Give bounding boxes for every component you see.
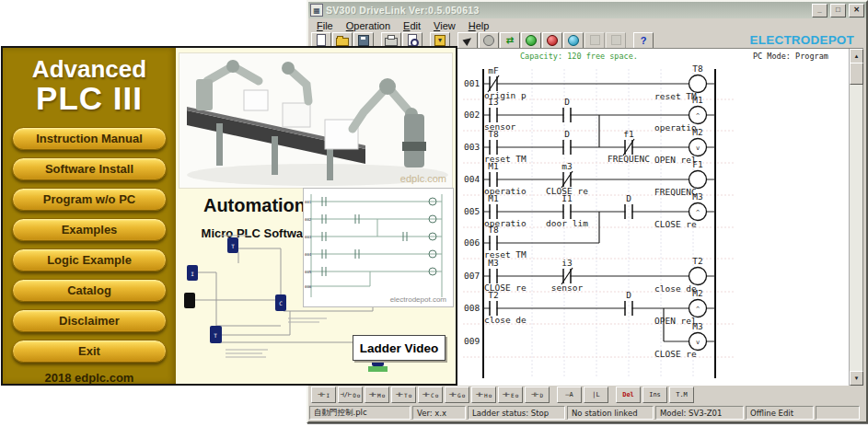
monitor-icon xyxy=(568,35,579,46)
menu-file[interactable]: File xyxy=(310,20,340,31)
ladder-tool-c[interactable]: ⊣⊢Co xyxy=(418,387,443,403)
scrollbar-thumb[interactable] xyxy=(850,63,863,85)
svg-text:004: 004 xyxy=(305,252,312,257)
status-bar: 自動門控制.plcVer: x.xLadder status: StopNo s… xyxy=(309,405,862,420)
save-icon xyxy=(358,35,369,46)
rung-009[interactable]: 009vM3CLOSE re xyxy=(464,321,715,359)
ladder-tool-t[interactable]: ⊣⊢To xyxy=(391,387,416,403)
ladder-tool-tm[interactable]: T.M xyxy=(669,387,694,403)
brand-logo-text: ELECTRODEPOT xyxy=(750,33,854,47)
panel-title: Advanced PLC III xyxy=(32,57,146,115)
status-field-4: Model: SV3-Z01 xyxy=(655,406,744,420)
svg-text:006: 006 xyxy=(305,284,312,289)
svg-text:M2: M2 xyxy=(692,127,702,137)
step-back-icon xyxy=(611,35,621,45)
pc-mode-status: PC Mode: Program xyxy=(753,52,828,61)
svg-text:006: 006 xyxy=(464,237,480,248)
ladder-diagram[interactable]: 001mForigin pT8reset TM002I3sensorD^M1op… xyxy=(461,56,737,380)
status-field-1: Ver: x.x xyxy=(412,406,466,420)
close-button[interactable]: ✕ xyxy=(849,4,864,17)
rung-008[interactable]: 008T2close deD^M2OPEN rel xyxy=(464,288,715,326)
menu-buttons: Instruction ManualSoftware InstallProgra… xyxy=(12,127,167,363)
step-back-button[interactable] xyxy=(606,32,626,49)
download-to-plc-icon xyxy=(434,35,446,46)
svg-text:M2: M2 xyxy=(692,288,702,298)
ladder-tool-l[interactable]: |L xyxy=(584,387,608,403)
svg-text:door lim: door lim xyxy=(546,218,588,228)
ladder-tool-g[interactable]: ⊣⊢Go xyxy=(445,387,469,403)
status-field-3: No station linked xyxy=(567,406,654,420)
menu-button-program-w-o-pc[interactable]: Program w/o PC xyxy=(12,188,167,211)
svg-text:M1: M1 xyxy=(692,95,703,105)
svg-text:OPEN rel: OPEN rel xyxy=(654,155,697,165)
title-bar[interactable]: ▦ SV300 DriveLink Ver:0.5.050613 _ □ ✕ xyxy=(308,2,866,18)
rung-003[interactable]: 003T8reset TMDf1FREQUENCvM2OPEN rel xyxy=(464,127,715,165)
svg-text:T8: T8 xyxy=(488,225,499,235)
refresh-button[interactable] xyxy=(500,32,520,49)
ladder-tool-i[interactable]: ⊣⊢I xyxy=(311,387,336,403)
svg-text:D: D xyxy=(626,290,631,300)
svg-text:002: 002 xyxy=(464,110,480,120)
menu-button-examples[interactable]: Examples xyxy=(12,218,167,241)
run-button[interactable] xyxy=(521,32,541,49)
open-icon xyxy=(336,38,349,46)
svg-text:T: T xyxy=(214,332,217,339)
menu-button-disclaimer[interactable]: Disclaimer xyxy=(12,309,167,332)
rung-004[interactable]: 004M1operatiom3CLOSE reF1FREQUENC xyxy=(464,159,715,197)
svg-text:M3: M3 xyxy=(692,321,702,331)
content-column: edplc.com Automation Micro PLC Software xyxy=(176,48,456,384)
menu-button-instruction-manual[interactable]: Instruction Manual xyxy=(12,127,167,150)
rung-005[interactable]: 005M1operatioI1door limD^M3CLOSE re xyxy=(464,191,715,229)
svg-text:FREQUENC: FREQUENC xyxy=(608,154,650,164)
maximize-button[interactable]: □ xyxy=(830,4,846,17)
svg-text:i3: i3 xyxy=(561,258,572,268)
menu-view[interactable]: View xyxy=(427,20,462,31)
ladder-tool-ins[interactable]: Ins xyxy=(642,387,667,403)
new-icon xyxy=(317,34,326,46)
refresh-icon xyxy=(506,35,514,45)
halt-button[interactable] xyxy=(542,32,562,49)
robot-arms-photo: edplc.com xyxy=(179,52,453,189)
svg-text:m3: m3 xyxy=(561,161,572,171)
scroll-down-icon[interactable]: ▼ xyxy=(850,371,863,386)
monitor-button[interactable] xyxy=(563,32,584,49)
print-icon xyxy=(385,38,398,46)
svg-text:sensor: sensor xyxy=(551,283,584,293)
help-button[interactable] xyxy=(633,32,654,49)
menu-button-logic-example[interactable]: Logic Example xyxy=(12,248,167,271)
step-forward-button[interactable] xyxy=(584,32,605,49)
scroll-up-icon[interactable]: ▲ xyxy=(850,49,863,63)
stop-button[interactable] xyxy=(479,32,499,49)
menu-edit[interactable]: Edit xyxy=(397,20,427,31)
rung-001[interactable]: 001mForigin pT8reset TM xyxy=(464,63,715,101)
ladder-tool-h[interactable]: ⊣⊢Ho xyxy=(471,387,496,403)
cursor-button[interactable] xyxy=(457,32,478,49)
ladder-tool-o[interactable]: ⊣/⊢Oo xyxy=(338,387,363,403)
vertical-scrollbar[interactable]: ▲ ▼ xyxy=(849,49,862,386)
svg-text:001: 001 xyxy=(305,200,312,204)
menu-button-catalog[interactable]: Catalog xyxy=(12,279,167,302)
menu-button-exit[interactable]: Exit xyxy=(12,340,167,363)
run-icon xyxy=(526,35,537,46)
svg-text:reset TM: reset TM xyxy=(654,91,697,101)
ladder-tool-a[interactable]: —A xyxy=(557,387,582,403)
ladder-tool-m[interactable]: ⊣⊢Mo xyxy=(365,387,389,403)
status-field-spacer xyxy=(816,406,860,420)
rung-007[interactable]: 007M3CLOSE rei3sensorT2close de xyxy=(464,256,715,294)
menu-operation[interactable]: Operation xyxy=(340,20,397,31)
cursor-icon xyxy=(462,35,473,46)
svg-text:T8: T8 xyxy=(488,129,499,139)
svg-text:^: ^ xyxy=(696,306,700,313)
ladder-tool-e[interactable]: ⊣⊢Eo xyxy=(498,387,523,403)
ladder-tool-d[interactable]: ⊣⊢D xyxy=(525,387,550,403)
svg-text:T2: T2 xyxy=(488,290,498,300)
menu-button-software-install[interactable]: Software Install xyxy=(12,157,167,180)
status-field-0: 自動門控制.plc xyxy=(309,406,411,420)
minimize-button[interactable]: _ xyxy=(812,4,827,17)
print-preview-icon xyxy=(408,34,417,46)
svg-text:T: T xyxy=(231,243,235,249)
ladder-video-button[interactable]: Ladder Video xyxy=(353,335,446,361)
svg-text:M1: M1 xyxy=(488,193,499,203)
menu-help[interactable]: Help xyxy=(462,20,496,31)
ladder-tool-del[interactable]: Del xyxy=(616,387,641,403)
